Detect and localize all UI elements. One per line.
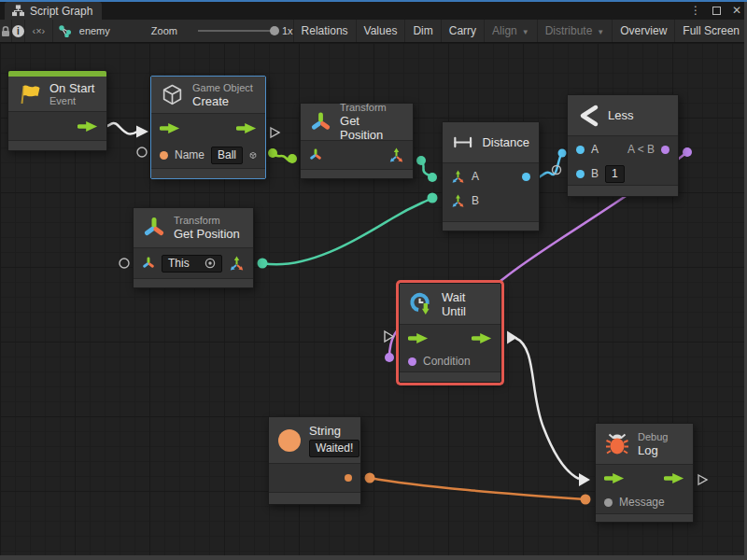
full-screen-button[interactable]: Full Screen (675, 20, 747, 42)
node-title: String (309, 424, 359, 438)
chevron-down-icon: ▼ (597, 28, 604, 36)
condition-label: Condition (423, 355, 471, 368)
graph-name: enemy (79, 25, 110, 36)
flow-output-port[interactable] (78, 120, 98, 133)
vector3-output-port[interactable] (388, 147, 404, 163)
flow-input-port[interactable] (160, 122, 180, 134)
node-footer (134, 278, 253, 287)
window-menu-icon[interactable]: ⋮ (690, 4, 701, 17)
gameobject-cube-icon (161, 83, 184, 106)
flow-connector-triangle[interactable] (271, 128, 279, 137)
flow-output-port[interactable] (664, 472, 684, 484)
node-create-gameobject[interactable]: Game Object Create Name Ball (150, 76, 266, 179)
node-footer (151, 168, 265, 178)
wire-dot (416, 156, 426, 165)
tab-script-graph[interactable]: Script Graph (5, 2, 102, 20)
flow-output-port[interactable] (472, 332, 492, 344)
less-b-input-port[interactable] (576, 170, 585, 178)
tab-title: Script Graph (30, 5, 92, 18)
wait-timer-icon (409, 291, 433, 316)
overview-button[interactable]: Overview (613, 20, 675, 42)
get-position-ports-row (301, 141, 413, 169)
graph-icon (59, 24, 72, 37)
dim-button[interactable]: Dim (405, 20, 441, 42)
less-output-label: A < B (627, 143, 655, 156)
port-connector-ring[interactable] (137, 147, 147, 157)
wire-arrowhead-create-in (136, 126, 148, 138)
string-output-row (269, 464, 360, 492)
graph-toolbar: i ‹×› enemy Zoom 1x Relations Values Dim… (0, 20, 747, 43)
node-get-position-top[interactable]: Transform Get Position (300, 103, 414, 179)
less-b-value-field[interactable]: 1 (605, 165, 625, 183)
object-picker-icon[interactable] (204, 258, 216, 269)
transform-input-port[interactable] (309, 148, 322, 161)
vector3-input-port[interactable] (451, 170, 465, 184)
gameobject-output-port[interactable] (249, 147, 257, 163)
values-button[interactable]: Values (357, 20, 406, 42)
distance-icon (452, 135, 473, 149)
wire-getposition-this-to-distance-b[interactable] (262, 198, 432, 264)
node-title: Create (192, 94, 253, 108)
wire-waituntil-to-debuglog[interactable] (515, 338, 579, 479)
node-title: Get Position (174, 227, 240, 241)
node-get-position-this[interactable]: Transform Get Position This (133, 207, 254, 288)
node-debug-log[interactable]: Debug Log Message (595, 423, 694, 523)
values-label: Values (364, 24, 398, 37)
code-icon: ‹×› (33, 25, 46, 36)
transform-icon (143, 217, 165, 239)
wire-dot (558, 149, 567, 158)
zoom-slider[interactable] (198, 30, 275, 32)
maximize-icon[interactable] (712, 7, 721, 15)
node-wait-until[interactable]: Wait Until Condition (399, 283, 501, 383)
relations-button[interactable]: Relations (294, 20, 357, 42)
graph-tab-icon (12, 5, 24, 17)
lock-icon (0, 25, 11, 37)
carry-label: Carry (449, 24, 476, 37)
lock-button[interactable] (0, 20, 12, 42)
wire-dot (581, 495, 591, 505)
target-object-field[interactable]: This (162, 255, 222, 273)
name-input-port[interactable] (160, 151, 168, 160)
string-value-field[interactable]: Waited! (309, 440, 359, 457)
port-b-label: B (472, 194, 479, 207)
less-output-port[interactable] (661, 146, 669, 154)
wait-until-condition-row: Condition (400, 351, 500, 371)
flow-input-port[interactable] (408, 332, 429, 344)
close-icon[interactable]: ✕ (732, 4, 741, 17)
distance-a-row: A (443, 163, 539, 189)
distance-output-port[interactable] (522, 173, 530, 181)
port-a-label: A (472, 170, 479, 183)
string-output-port[interactable] (345, 474, 352, 482)
transform-input-port[interactable] (142, 257, 155, 270)
vector3-input-port[interactable] (451, 194, 465, 208)
wire-string-to-message[interactable] (370, 478, 585, 499)
name-value-field[interactable]: Ball (211, 147, 243, 164)
distribute-dropdown[interactable]: Distribute▼ (538, 20, 613, 42)
node-string[interactable]: String Waited! (268, 416, 361, 505)
less-a-input-port[interactable] (576, 146, 585, 154)
less-b-row: B 1 (568, 162, 678, 185)
condition-input-port[interactable] (408, 357, 416, 366)
carry-button[interactable]: Carry (442, 20, 485, 42)
message-input-port[interactable] (604, 498, 613, 507)
align-label: Align (492, 24, 517, 37)
wire-dot (258, 259, 268, 269)
flow-input-port[interactable] (604, 472, 625, 484)
relations-label: Relations (302, 24, 348, 37)
node-title: Wait Until (442, 290, 491, 318)
align-dropdown[interactable]: Align▼ (485, 20, 538, 42)
vector3-output-port[interactable] (229, 256, 245, 272)
window-frame-bottom (0, 555, 747, 560)
inspect-button[interactable]: i (12, 20, 25, 42)
full-screen-label: Full Screen (683, 24, 740, 37)
flow-connector-triangle[interactable] (698, 475, 707, 484)
flow-output-port[interactable] (236, 122, 257, 134)
window-controls: ⋮ ✕ (690, 2, 741, 19)
zoom-slider-handle[interactable] (270, 26, 279, 35)
node-on-start[interactable]: On Start Event (7, 70, 107, 151)
distance-b-row: B (443, 189, 539, 212)
code-view-button[interactable]: ‹×› (25, 20, 53, 42)
node-distance[interactable]: Distance A B (442, 121, 540, 231)
port-connector-ring[interactable] (120, 259, 129, 268)
node-less[interactable]: Less A A < B B 1 (567, 94, 679, 197)
